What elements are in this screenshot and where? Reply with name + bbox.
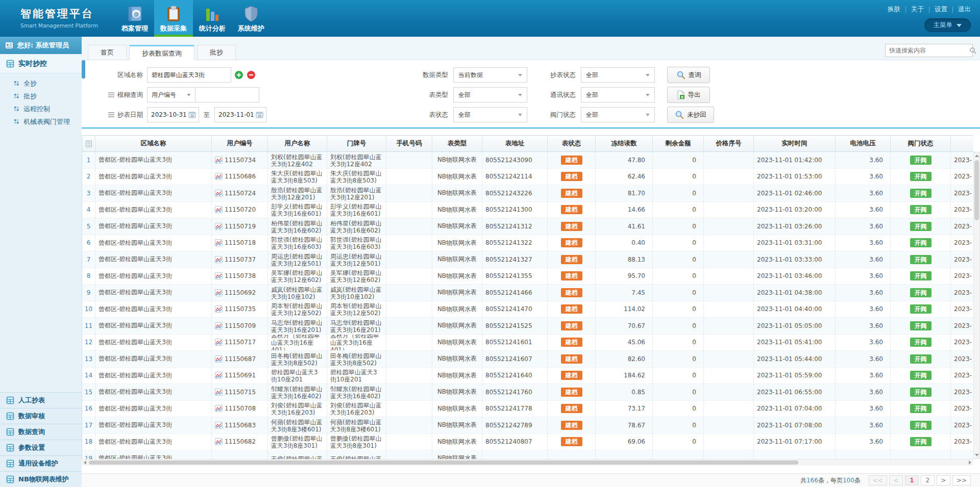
column-header-user_name[interactable]: 用户名称 [268,136,327,151]
search-icon[interactable] [969,47,976,54]
sidebar-bottom-item-1[interactable]: 数据审核 [0,408,82,424]
table-row[interactable]: 8曾都区-碧桂园翠山蓝天3街11150738吴军娜(碧桂园翠山蓝天3街12座60… [82,268,973,285]
fuzzy-search-input[interactable] [195,87,259,102]
column-header-status[interactable]: 表状态 [548,136,596,151]
quick-search-input[interactable] [886,47,969,54]
area-name-input[interactable] [147,67,231,83]
column-header-voltage[interactable]: 电池电压 [836,136,891,151]
remove-area-icon[interactable] [247,70,256,80]
scroll-right-arrow[interactable] [967,459,973,466]
column-header-time[interactable]: 实时时间 [754,136,836,151]
column-header-area[interactable]: 区域名称 [95,136,212,151]
scroll-left-arrow[interactable] [82,459,88,466]
table-row[interactable]: 12曾都区-碧桂园翠山蓝天3街11150717孟秋月（碧桂园翠山蓝天3街16座4… [82,335,973,351]
sidebar-bottom-item-5[interactable]: NB物联网表维护 [0,471,82,487]
tab-2[interactable]: 批抄 [197,45,236,60]
header-link-2[interactable]: 设置 [935,5,947,14]
table-row[interactable]: 19曾都区-碧桂园翠山蓝天3街王俊(碧桂园翠山蓝王俊(碧桂园翠山蓝NB物联网水表 [82,450,973,459]
trend-chart-icon[interactable] [215,272,223,279]
table-row[interactable]: 9曾都区-碧桂园翠山蓝天3街11150692戚岚(碧桂园翠山蓝天3街10座102… [82,285,973,301]
select-all-header[interactable] [82,136,95,151]
fuzzy-field-select[interactable]: 用户编号 [147,87,195,102]
header-link-1[interactable]: 关于 [911,5,924,14]
trend-chart-icon[interactable] [215,239,223,246]
scroll-down-arrow[interactable] [974,452,979,458]
page-button-5[interactable]: >> [952,475,971,485]
page-button-4[interactable]: > [937,475,950,485]
table-row[interactable]: 10曾都区-碧桂园翠山蓝天3街11150735周本智(碧桂园翠山蓝天3街12座5… [82,301,973,318]
page-button-3[interactable]: 2 [921,475,935,485]
column-header-balance[interactable]: 剩余金额 [653,136,704,151]
sidebar-bottom-item-3[interactable]: 参数设置 [0,440,82,455]
table-row[interactable]: 13曾都区-碧桂园翠山蓝天3街11150687田冬梅(碧桂园翠山蓝天3街8座50… [82,351,973,368]
table-row[interactable]: 15曾都区-碧桂园翠山蓝天3街11150715邹耀东(碧桂园翠山蓝天3街16座4… [82,384,973,401]
valve-status-select[interactable]: 全部 [581,107,655,122]
export-button[interactable]: X 导出 [667,87,710,103]
vertical-scroll-thumb[interactable] [974,160,979,220]
horizontal-scrollbar[interactable] [82,459,973,466]
trend-chart-icon[interactable] [215,389,223,396]
trend-chart-icon[interactable] [215,305,223,313]
table-row[interactable]: 7曾都区-碧桂园翠山蓝天3街11150737周运忠(碧桂园翠山蓝天3街12座50… [82,251,973,268]
tab-0[interactable]: 首页 [88,45,127,60]
splitter-handle[interactable] [82,60,85,79]
nav-item-clipboard[interactable]: 数据采集 [154,0,193,37]
column-header-user_no[interactable]: 用户编号 [212,136,268,151]
sidebar-subitem-3[interactable]: 机械表阀门管理 [0,115,82,128]
table-row[interactable]: 5曾都区-碧桂园翠山蓝天3街11150719柏伟星(碧桂园翠山蓝天3街16座60… [82,218,973,235]
sidebar-subitem-1[interactable]: 批抄 [0,90,82,102]
trend-chart-icon[interactable] [215,322,223,329]
table-row[interactable]: 14曾都区-碧桂园翠山蓝天3街11150691碧桂园翠山蓝天3街10座201碧桂… [82,368,973,385]
table-row[interactable]: 18曾都区-碧桂园翠山蓝天3街11150682曾鹏傲(碧桂园翠山蓝天3街8座30… [82,434,973,451]
column-header-addr[interactable]: 表地址 [482,136,548,151]
nav-item-barchart[interactable]: 统计分析 [193,0,232,37]
trend-chart-icon[interactable] [215,339,223,346]
scroll-up-arrow[interactable] [974,152,979,159]
meter-status-select[interactable]: 全部 [453,107,527,122]
header-link-0[interactable]: 换肤 [888,5,900,14]
trend-chart-icon[interactable] [215,372,223,379]
table-row[interactable]: 1曾都区-碧桂园翠山蓝天3街11150734刘权(碧桂园翠山蓝天3街12座402… [82,152,973,169]
meter-type-select[interactable]: 全部 [453,87,527,102]
column-header-reading[interactable]: 冻结读数 [596,136,653,151]
table-row[interactable]: 16曾都区-碧桂园翠山蓝天3街11150708刘俊(碧桂园翠山蓝天3街16座20… [82,401,973,418]
calendar-icon[interactable] [188,111,196,118]
column-header-valve[interactable]: 阀门状态 [891,136,951,151]
trend-chart-icon[interactable] [215,256,223,263]
sidebar-item-realtime-reading[interactable]: 实时抄控 [0,54,82,73]
date-from-input[interactable]: 2023-10-31 [147,107,199,122]
horizontal-scroll-thumb[interactable] [89,460,798,465]
trend-chart-icon[interactable] [215,157,223,164]
date-to-input[interactable]: 2023-11-01 [214,107,266,122]
trend-chart-icon[interactable] [215,289,223,296]
calendar-icon[interactable] [256,111,263,118]
column-header-price_no[interactable]: 价格序号 [704,136,754,151]
column-header-read_time[interactable]: 抄表时间 [951,136,973,151]
table-row[interactable]: 11曾都区-碧桂园翠山蓝天3街11150709马志华(碧桂园翠山蓝天3街16座2… [82,318,973,335]
nav-item-addressbook[interactable]: @档案管理 [115,0,154,37]
trend-chart-icon[interactable] [215,422,223,429]
comm-status-select[interactable]: 全部 [581,87,655,102]
trend-chart-icon[interactable] [215,190,223,197]
main-menu-button[interactable]: 主菜单 [924,18,971,32]
column-header-door[interactable]: 门牌号 [327,136,386,151]
sidebar-bottom-item-4[interactable]: 通用设备维护 [0,455,82,471]
sidebar-subitem-2[interactable]: 远程控制 [0,102,82,115]
header-link-3[interactable]: 退出 [958,5,971,14]
trend-chart-icon[interactable] [215,405,223,412]
trend-chart-icon[interactable] [215,438,223,445]
trend-chart-icon[interactable] [215,223,223,230]
table-row[interactable]: 6曾都区-碧桂园翠山蓝天3街11150718郭世强(碧桂园翠山蓝天3街16座60… [82,235,973,252]
column-header-phone[interactable]: 手机号码 [386,136,432,151]
query-button[interactable]: 查询 [667,67,710,83]
read-status-select[interactable]: 全部 [581,67,655,83]
sidebar-subitem-0[interactable]: 全抄 [0,77,82,90]
trend-chart-icon[interactable] [215,173,223,180]
sidebar-bottom-item-0[interactable]: 人工抄表 [0,392,82,408]
table-row[interactable]: 2曾都区-碧桂园翠山蓝天3街11150686朱大庆(碧桂园翠山蓝天3街8座503… [82,169,973,186]
nav-item-shield[interactable]: 系统维护 [232,0,271,37]
page-button-2[interactable]: 1 [905,475,919,485]
trend-chart-icon[interactable] [215,355,223,363]
table-row[interactable]: 4曾都区-碧桂园翠山蓝天3街11150720彭学义(碧桂园翠山蓝天3街16座60… [82,202,973,219]
table-row[interactable]: 3曾都区-碧桂园翠山蓝天3街11150724殷浩(碧桂园翠山蓝天3街12座201… [82,185,973,202]
